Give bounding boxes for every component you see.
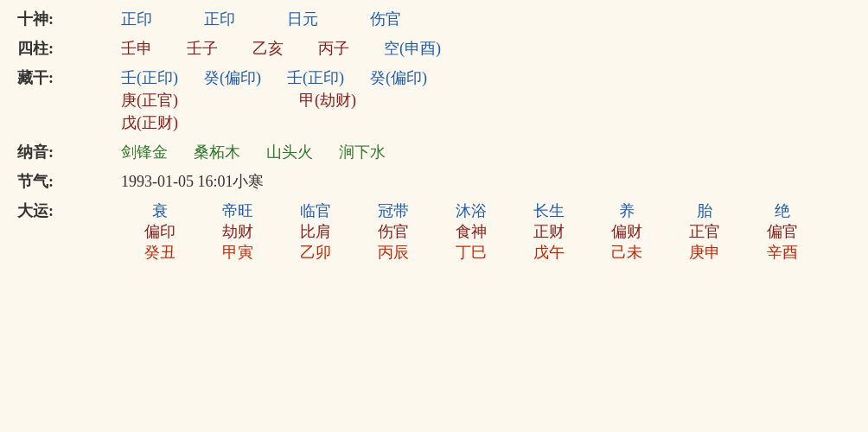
- nayin-label: 纳音:: [17, 142, 121, 162]
- sizhu-item-0: 壬申: [121, 38, 152, 59]
- canggan-line3: 戊(正财): [121, 112, 427, 133]
- dayun-ganzhi-1: 甲寅: [199, 242, 277, 263]
- sizhu-items: 壬申 壬子 乙亥 丙子 空(申酉): [121, 38, 441, 59]
- jieqi-content: 1993-01-05 16:01小寒: [121, 171, 851, 192]
- dayun-shishen-1: 劫财: [199, 221, 277, 242]
- dayun-shishen-4: 食神: [432, 221, 510, 242]
- dayun-phase-5: 长生: [510, 200, 588, 221]
- canggan-1-0: 癸(偏印): [204, 67, 261, 88]
- nayin-item-1: 桑柘木: [194, 142, 240, 162]
- canggan-0-2: 戊(正财): [121, 112, 178, 133]
- nayin-item-3: 涧下水: [339, 142, 386, 162]
- nayin-items: 剑锋金 桑柘木 山头火 涧下水: [121, 142, 386, 162]
- shishen-item-1: 正印: [204, 9, 235, 29]
- dayun-row: 大运: 衰 帝旺 临官 冠带 沐浴 长生 养 胎 绝 偏印 劫财 比肩 伤官 食…: [17, 200, 851, 263]
- canggan-line1: 壬(正印) 癸(偏印) 壬(正印) 癸(偏印): [121, 67, 427, 88]
- dayun-shishen-5: 正财: [510, 221, 588, 242]
- sizhu-item-1: 壬子: [187, 38, 218, 59]
- dayun-ganzhi-7: 庚申: [666, 242, 744, 263]
- canggan-2-1: 甲(劫财): [299, 90, 356, 111]
- dayun-label: 大运:: [17, 200, 121, 221]
- canggan-0-1: 庚(正官): [121, 90, 178, 111]
- canggan-3-0: 癸(偏印): [370, 67, 427, 88]
- sizhu-label: 四柱:: [17, 38, 121, 59]
- shishen-item-2: 日元: [287, 9, 318, 29]
- jieqi-value: 1993-01-05 16:01小寒: [121, 171, 265, 192]
- dayun-shishen-0: 偏印: [121, 221, 199, 242]
- shishen-row: 十神: 正印 正印 日元 伤官: [17, 9, 851, 29]
- jieqi-row: 节气: 1993-01-05 16:01小寒: [17, 171, 851, 192]
- canggan-label: 藏干:: [17, 67, 121, 88]
- canggan-1-1-empty: [204, 90, 273, 111]
- dayun-ganzhi-3: 丙辰: [354, 242, 432, 263]
- nayin-item-0: 剑锋金: [121, 142, 168, 162]
- dayun-ganzhi-5: 戊午: [510, 242, 588, 263]
- dayun-phase-1: 帝旺: [199, 200, 277, 221]
- dayun-phase-0: 衰: [121, 200, 199, 221]
- canggan-line2: 庚(正官) 甲(劫财): [121, 90, 427, 111]
- canggan-row: 藏干: 壬(正印) 癸(偏印) 壬(正印) 癸(偏印) 庚(正官) 甲(劫财) …: [17, 67, 851, 133]
- shishen-item-3: 伤官: [370, 9, 401, 29]
- dayun-phase-7: 胎: [666, 200, 744, 221]
- dayun-ganzhi-4: 丁巳: [432, 242, 510, 263]
- dayun-shishen-row: 偏印 劫财 比肩 伤官 食神 正财 偏财 正官 偏官: [121, 221, 851, 242]
- dayun-phase-6: 养: [588, 200, 666, 221]
- shishen-content: 正印 正印 日元 伤官: [121, 9, 851, 29]
- dayun-phase-row: 衰 帝旺 临官 冠带 沐浴 长生 养 胎 绝: [121, 200, 851, 221]
- dayun-shishen-6: 偏财: [588, 221, 666, 242]
- shishen-item-0: 正印: [121, 9, 152, 29]
- shishen-items: 正印 正印 日元 伤官: [121, 9, 401, 29]
- sizhu-item-2: 乙亥: [252, 38, 284, 59]
- dayun-content: 衰 帝旺 临官 冠带 沐浴 长生 养 胎 绝 偏印 劫财 比肩 伤官 食神 正财…: [121, 200, 851, 263]
- nayin-row: 纳音: 剑锋金 桑柘木 山头火 涧下水: [17, 142, 851, 162]
- dayun-phase-4: 沐浴: [432, 200, 510, 221]
- dayun-shishen-7: 正官: [666, 221, 744, 242]
- dayun-ganzhi-6: 己未: [588, 242, 666, 263]
- dayun-shishen-3: 伤官: [354, 221, 432, 242]
- canggan-content: 壬(正印) 癸(偏印) 壬(正印) 癸(偏印) 庚(正官) 甲(劫财) 戊(正财…: [121, 67, 851, 133]
- dayun-ganzhi-0: 癸丑: [121, 242, 199, 263]
- shishen-label: 十神:: [17, 9, 121, 29]
- sizhu-note: 空(申酉): [384, 38, 441, 59]
- canggan-0-0: 壬(正印): [121, 67, 178, 88]
- dayun-phase-3: 冠带: [354, 200, 432, 221]
- sizhu-row: 四柱: 壬申 壬子 乙亥 丙子 空(申酉): [17, 38, 851, 59]
- jieqi-label: 节气:: [17, 171, 121, 192]
- sizhu-item-3: 丙子: [318, 38, 349, 59]
- dayun-phase-8: 绝: [744, 200, 821, 221]
- nayin-content: 剑锋金 桑柘木 山头火 涧下水: [121, 142, 851, 162]
- canggan-block: 壬(正印) 癸(偏印) 壬(正印) 癸(偏印) 庚(正官) 甲(劫财) 戊(正财…: [121, 67, 427, 133]
- nayin-item-2: 山头火: [266, 142, 313, 162]
- dayun-phase-2: 临官: [277, 200, 354, 221]
- canggan-2-0: 壬(正印): [287, 67, 344, 88]
- dayun-shishen-2: 比肩: [277, 221, 354, 242]
- dayun-ganzhi-2: 乙卯: [277, 242, 354, 263]
- dayun-shishen-8: 偏官: [744, 221, 821, 242]
- dayun-ganzhi-8: 辛酉: [744, 242, 821, 263]
- dayun-ganzhi-row: 癸丑 甲寅 乙卯 丙辰 丁巳 戊午 己未 庚申 辛酉: [121, 242, 851, 263]
- sizhu-content: 壬申 壬子 乙亥 丙子 空(申酉): [121, 38, 851, 59]
